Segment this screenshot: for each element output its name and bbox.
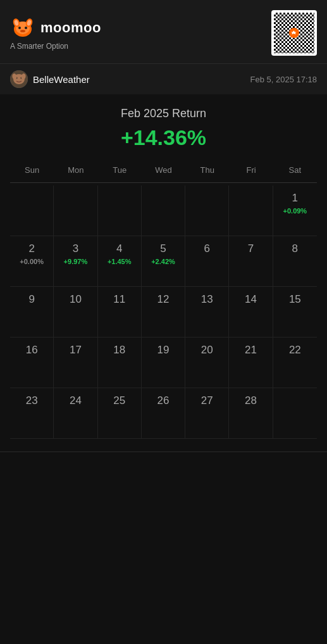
- calendar-cell: 24: [54, 388, 97, 438]
- cell-day-number: 0: [160, 192, 166, 205]
- calendar-cell: 11: [98, 287, 142, 337]
- svg-point-6: [18, 27, 21, 29]
- qr-code: [271, 10, 317, 56]
- calendar-cell: 6: [185, 236, 229, 286]
- calendar-cell: 0: [54, 186, 97, 236]
- calendar-cell: 10: [54, 287, 97, 337]
- calendar-week-5: 2324252627280: [10, 388, 317, 439]
- calendar-cell: 4+1.45%: [98, 236, 142, 286]
- user-info: BelleWeather: [10, 70, 90, 88]
- cell-day-number: 5: [160, 243, 166, 255]
- cell-day-number: 12: [157, 293, 170, 306]
- calendar-cell: 20: [185, 338, 229, 388]
- cell-day-number: 22: [289, 344, 301, 357]
- cell-day-number: 11: [113, 293, 125, 306]
- return-value: +14.36%: [10, 125, 317, 150]
- calendar-week-3: 9101112131415: [10, 287, 317, 338]
- calendar-cell: 8: [273, 236, 317, 286]
- tagline: A Smarter Option: [10, 42, 101, 51]
- header: moomoo A Smarter Option: [0, 0, 327, 63]
- user-row: BelleWeather Feb 5, 2025 17:18: [0, 63, 327, 94]
- cell-day-number: 10: [70, 293, 82, 306]
- cell-day-number: 20: [201, 344, 213, 357]
- cell-day-number: 16: [26, 344, 38, 357]
- logo-area: moomoo A Smarter Option: [10, 15, 101, 51]
- footer-line: [0, 451, 327, 456]
- cell-return-value: +0.09%: [283, 207, 307, 215]
- calendar-cell: 0: [229, 186, 273, 236]
- username: BelleWeather: [33, 74, 90, 85]
- calendar-cell: 15: [273, 287, 317, 337]
- cell-day-number: 6: [204, 243, 210, 255]
- cell-day-number: 1: [292, 192, 298, 205]
- cell-day-number: 9: [28, 293, 34, 306]
- calendar-cell: 26: [142, 388, 185, 438]
- cell-day-number: 4: [116, 243, 122, 255]
- avatar: [10, 70, 28, 88]
- calendar-cell: 7: [229, 236, 273, 286]
- cell-return-value: +9.97%: [64, 258, 88, 265]
- calendar-cell: 0: [98, 186, 142, 236]
- return-title: Feb 2025 Return: [10, 107, 317, 120]
- calendar-cell: 13: [185, 287, 229, 337]
- cell-day-number: 3: [73, 243, 78, 255]
- calendar-cell: 17: [54, 338, 97, 388]
- calendar-cell: 0: [185, 186, 229, 236]
- moomoo-logo-icon: [10, 15, 35, 41]
- calendar-cell: 9: [10, 287, 54, 337]
- svg-point-7: [25, 27, 27, 29]
- cell-day-number: 21: [245, 344, 257, 357]
- calendar-cell: 16: [10, 338, 54, 388]
- calendar-cell: 27: [185, 388, 229, 438]
- calendar-cell: 19: [142, 338, 185, 388]
- cell-day-number: 18: [113, 344, 125, 357]
- logo-row: moomoo: [10, 15, 101, 41]
- cell-return-value: +1.45%: [108, 258, 132, 265]
- cell-day-number: 14: [245, 293, 257, 306]
- cell-day-number: 17: [70, 344, 82, 357]
- cell-day-number: 2: [28, 243, 34, 255]
- calendar-cell: 0: [142, 186, 185, 236]
- cell-day-number: 0: [248, 192, 254, 205]
- qr-center-icon: [289, 28, 299, 38]
- calendar-cell: 23: [10, 388, 54, 438]
- cell-day-number: 28: [245, 395, 257, 407]
- cell-return-value: +0.00%: [20, 258, 44, 265]
- calendar-cell: 2+0.00%: [10, 236, 54, 286]
- cell-day-number: 27: [201, 395, 213, 407]
- calendar-cell: 0: [10, 186, 54, 236]
- calendar-cell: 0: [273, 388, 317, 438]
- day-label-tue: Tue: [98, 163, 142, 177]
- cell-day-number: 19: [157, 344, 170, 357]
- calendar-cell: 28: [229, 388, 273, 438]
- cell-day-number: 13: [201, 293, 213, 306]
- qr-pattern: [274, 13, 314, 53]
- calendar-week-4: 16171819202122: [10, 338, 317, 388]
- cell-day-number: 23: [26, 395, 38, 407]
- timestamp: Feb 5, 2025 17:18: [250, 75, 317, 84]
- calendar-cell: 25: [98, 388, 142, 438]
- calendar-cell: 3+9.97%: [54, 236, 97, 286]
- cell-day-number: 0: [28, 192, 34, 205]
- cell-day-number: 7: [248, 243, 254, 255]
- cell-return-value: +2.42%: [151, 258, 175, 265]
- day-label-wed: Wed: [142, 163, 185, 177]
- logo-text: moomoo: [40, 20, 101, 36]
- calendar-cell: 22: [273, 338, 317, 388]
- calendar-week-1: 0000001+0.09%: [10, 186, 317, 236]
- cell-day-number: 24: [70, 395, 82, 407]
- day-label-sun: Sun: [10, 163, 54, 177]
- cell-day-number: 0: [204, 192, 210, 205]
- cell-day-number: 26: [157, 395, 170, 407]
- cell-day-number: 0: [73, 192, 78, 205]
- calendar-cell: 18: [98, 338, 142, 388]
- day-label-fri: Fri: [229, 163, 273, 177]
- day-label-mon: Mon: [54, 163, 97, 177]
- day-label-thu: Thu: [185, 163, 229, 177]
- calendar-cell: 1+0.09%: [273, 186, 317, 236]
- calendar-cell: 21: [229, 338, 273, 388]
- calendar-cell: 12: [142, 287, 185, 337]
- main-content: Feb 2025 Return +14.36% SunMonTueWedThuF…: [0, 94, 327, 445]
- cell-day-number: 8: [292, 243, 298, 255]
- cell-day-number: 25: [113, 395, 125, 407]
